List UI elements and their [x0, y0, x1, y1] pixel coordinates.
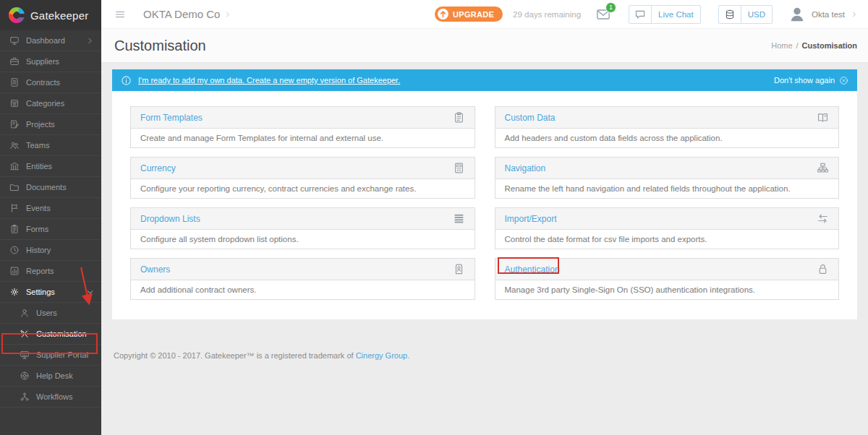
app-window: Gatekeeper DashboardSuppliersContractsCa…: [0, 0, 868, 435]
briefcase-icon: [9, 56, 20, 66]
sidebar-item-forms[interactable]: Forms: [0, 219, 101, 240]
bank-icon: [9, 161, 20, 171]
sidebar-item-settings[interactable]: Settings: [0, 282, 101, 303]
sidebar-item-label: Events: [26, 204, 51, 212]
sidebar-item-users[interactable]: Users: [0, 303, 101, 324]
company-switcher[interactable]: OKTA Demo Co: [143, 8, 231, 20]
book-icon: [817, 111, 829, 124]
card-header: Custom Data: [495, 107, 839, 129]
calculator-icon: [453, 162, 465, 174]
card-description: Control the date format for csv file imp…: [495, 230, 839, 249]
owner-badge-icon: [453, 263, 465, 275]
card-description: Rename the left hand navigation and rela…: [495, 179, 839, 198]
card-title-link[interactable]: Navigation: [505, 163, 546, 173]
hamburger-icon[interactable]: [114, 9, 126, 20]
card-title-link[interactable]: Form Templates: [140, 113, 203, 123]
clipboard-icon: [453, 111, 465, 124]
info-circle-icon: [121, 75, 132, 86]
banner-link[interactable]: I'm ready to add my own data. Create a n…: [138, 76, 400, 85]
list-icon: [453, 212, 465, 225]
card-currency: CurrencyConfigure your reporting currenc…: [130, 157, 475, 199]
flag-icon: [9, 203, 20, 213]
card-navigation: NavigationRename the left hand navigatio…: [495, 157, 840, 199]
sidebar-item-events[interactable]: Events: [0, 198, 101, 219]
logo-text: Gatekeeper: [30, 9, 88, 22]
card-title-link[interactable]: Dropdown Lists: [140, 214, 200, 224]
sidebar-item-label: Settings: [26, 288, 55, 296]
sidebar-item-categories[interactable]: Categories: [0, 93, 101, 114]
sidebar-nav: DashboardSuppliersContractsCategoriesPro…: [0, 30, 101, 408]
sidebar-item-label: History: [26, 246, 51, 254]
sidebar-item-label: Workflows: [36, 392, 73, 401]
copyright-text: Copyright © 2010 - 2017. Gatekeeper™ is …: [114, 351, 354, 360]
card-header: Owners: [131, 259, 475, 280]
sidebar-item-help-desk[interactable]: Help Desk: [0, 366, 101, 387]
close-circle-icon: [839, 76, 848, 85]
sidebar-item-supplier-portal[interactable]: Supplier Portal: [0, 345, 101, 366]
info-banner: I'm ready to add my own data. Create a n…: [112, 69, 857, 91]
sidebar-item-entities[interactable]: Entities: [0, 156, 101, 177]
chevron-right-icon: [851, 11, 858, 18]
sidebar-item-label: Dashboard: [26, 36, 65, 45]
live-chat-button[interactable]: Live Chat: [629, 5, 701, 24]
breadcrumb-home-link[interactable]: Home: [771, 41, 792, 50]
card-header: Import/Export: [495, 208, 839, 230]
sidebar-item-history[interactable]: History: [0, 240, 101, 261]
sitemap-icon: [817, 162, 829, 174]
cinergy-group-link[interactable]: Cinergy Group.: [356, 351, 410, 360]
card-description: Create and manage Form Templates for int…: [131, 129, 475, 147]
sidebar-item-label: Teams: [26, 141, 49, 150]
notifications-envelope-icon[interactable]: 1: [595, 7, 611, 22]
user-icon: [20, 308, 30, 318]
upgrade-button[interactable]: UPGRADE: [435, 7, 503, 22]
card-title-link[interactable]: Custom Data: [505, 113, 556, 123]
card-owners: OwnersAdd additional contract owners.: [130, 258, 475, 300]
topbar-right: UPGRADE 29 days remaining 1 Live Chat US…: [435, 5, 858, 24]
settings-panel: Form TemplatesCreate and manage Form Tem…: [112, 91, 857, 319]
sidebar: Gatekeeper DashboardSuppliersContractsCa…: [0, 0, 101, 435]
sidebar-item-suppliers[interactable]: Suppliers: [0, 51, 101, 72]
company-name: OKTA Demo Co: [143, 8, 220, 20]
sidebar-item-dashboard[interactable]: Dashboard: [0, 30, 101, 51]
sidebar-item-label: Projects: [26, 120, 55, 129]
card-title-link[interactable]: Owners: [140, 264, 170, 275]
chart-icon: [9, 266, 20, 276]
helpdesk-icon: [20, 371, 30, 381]
card-description: Manage 3rd party Single-Sign On (SSO) au…: [495, 280, 839, 299]
clipboard-icon: [9, 224, 20, 234]
currency-button[interactable]: USD: [718, 5, 773, 24]
card-dropdown-lists: Dropdown ListsConfigure all system dropd…: [130, 207, 475, 249]
gatekeeper-logo: Gatekeeper: [0, 0, 101, 30]
sidebar-item-projects[interactable]: Projects: [0, 114, 101, 135]
sidebar-item-documents[interactable]: Documents: [0, 177, 101, 198]
card-header: Authentication: [495, 259, 839, 280]
sidebar-item-label: Users: [36, 309, 57, 317]
sidebar-item-label: Categories: [26, 99, 64, 108]
card-title-link[interactable]: Currency: [140, 163, 176, 173]
user-avatar-icon: [788, 6, 806, 23]
page-body: I'm ready to add my own data. Create a n…: [101, 63, 868, 435]
card-description: Configure your reporting currency, contr…: [131, 179, 475, 198]
sidebar-item-label: Reports: [26, 267, 54, 275]
card-import-export: Import/ExportControl the date format for…: [495, 207, 840, 249]
sidebar-item-reports[interactable]: Reports: [0, 261, 101, 282]
sidebar-item-label: Entities: [26, 162, 52, 171]
folder-icon: [9, 182, 20, 192]
sidebar-item-label: Customisation: [36, 330, 87, 338]
breadcrumb-current: Customisation: [802, 41, 857, 50]
sidebar-item-customisation[interactable]: Customisation: [0, 324, 101, 345]
sidebar-item-contracts[interactable]: Contracts: [0, 72, 101, 93]
breadcrumb: Home / Customisation: [771, 41, 857, 50]
copyright: Copyright © 2010 - 2017. Gatekeeper™ is …: [114, 351, 857, 360]
upgrade-label: UPGRADE: [453, 10, 494, 19]
workflow-icon: [20, 392, 30, 402]
sidebar-item-workflows[interactable]: Workflows: [0, 387, 101, 408]
user-menu[interactable]: Okta test: [788, 6, 858, 23]
banner-dismiss-button[interactable]: Don't show again: [774, 76, 848, 85]
chevron-right-icon: [224, 11, 231, 18]
card-title-link[interactable]: Authentication: [505, 264, 560, 275]
sidebar-item-label: Supplier Portal: [36, 350, 88, 359]
sidebar-item-teams[interactable]: Teams: [0, 135, 101, 156]
card-title-link[interactable]: Import/Export: [505, 214, 557, 224]
project-icon: [9, 119, 20, 129]
